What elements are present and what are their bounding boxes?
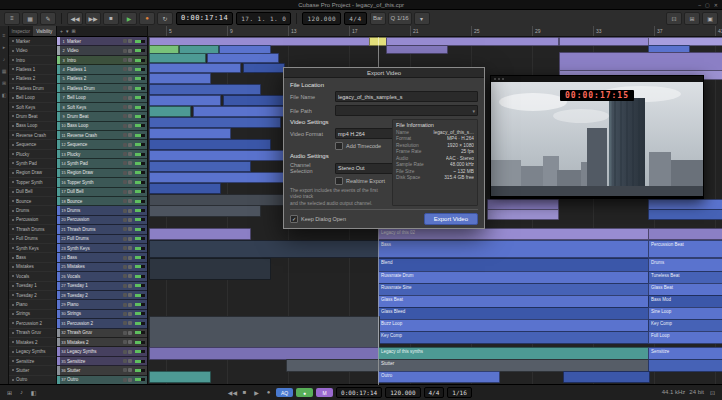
visibility-track-item[interactable]: Tuesday 1 <box>9 282 56 291</box>
audio-clip[interactable] <box>648 359 722 372</box>
solo-button[interactable] <box>128 143 132 147</box>
solo-button[interactable] <box>128 209 132 213</box>
visibility-track-item[interactable]: Reverse Crash <box>9 131 56 140</box>
mute-button[interactable] <box>123 152 127 156</box>
tool-strip-icon[interactable]: ♪ <box>3 56 6 62</box>
mute-button[interactable] <box>123 199 127 203</box>
tempo-display[interactable]: 120.000 <box>302 12 341 25</box>
mute-button[interactable] <box>123 105 127 109</box>
bars-display[interactable]: 17. 1. 1. 0 <box>236 12 291 25</box>
solo-button[interactable] <box>128 256 132 260</box>
audio-clip[interactable]: Bass <box>378 240 650 258</box>
tool-strip-icon[interactable]: ≡ <box>3 32 6 38</box>
audio-clip[interactable] <box>149 150 286 161</box>
visibility-track-item[interactable]: Bounce <box>9 197 56 206</box>
solo-button[interactable] <box>128 105 132 109</box>
audio-clip[interactable] <box>149 316 380 348</box>
audio-clip[interactable] <box>149 161 251 172</box>
audio-clip[interactable] <box>559 52 722 71</box>
visibility-track-item[interactable]: Bell Loop <box>9 93 56 102</box>
toolbar-icon[interactable]: ▦ <box>22 12 38 25</box>
status-chip[interactable]: ● <box>296 388 313 397</box>
audio-clip[interactable] <box>149 183 221 194</box>
visibility-track-item[interactable]: Synth Pad <box>9 159 56 168</box>
mute-button[interactable] <box>123 161 127 165</box>
audio-clip[interactable] <box>207 53 279 63</box>
visibility-track-item[interactable]: Strings <box>9 310 56 319</box>
audio-clip[interactable] <box>149 228 251 240</box>
mute-button[interactable] <box>123 96 127 100</box>
toolbar-icon[interactable]: ≡ <box>4 12 20 25</box>
tool-strip-icon[interactable]: ▦ <box>2 68 7 74</box>
statusbar-icon[interactable]: ⊞ <box>5 389 14 396</box>
track-row[interactable]: 33 Mistakes 2 <box>57 338 147 347</box>
solo-button[interactable] <box>128 133 132 137</box>
mute-button[interactable] <box>123 340 127 344</box>
audio-clip[interactable] <box>563 371 650 383</box>
audio-clip[interactable]: Percussion Beat <box>648 240 722 258</box>
solo-button[interactable] <box>128 49 132 53</box>
solo-button[interactable] <box>128 246 132 250</box>
track-row[interactable]: 10 Bass Loop <box>57 122 147 131</box>
visibility-track-item[interactable]: Sequence <box>9 140 56 149</box>
realtime-export-checkbox[interactable] <box>335 177 343 185</box>
statusbar-right-item[interactable]: 24 bit <box>689 389 704 396</box>
track-row[interactable]: 1 Marker <box>57 37 147 46</box>
visibility-track-item[interactable]: Plucky <box>9 150 56 159</box>
snap-mode-button[interactable]: ▾ <box>414 12 430 25</box>
mini-transport-button[interactable]: ■ <box>240 389 249 396</box>
visibility-track-item[interactable]: Thrash Drums <box>9 225 56 234</box>
solo-button[interactable] <box>128 124 132 128</box>
solo-button[interactable] <box>128 331 132 335</box>
mute-button[interactable] <box>123 312 127 316</box>
track-row[interactable]: 15 Region Draw <box>57 169 147 178</box>
track-row[interactable]: 21 Thrash Drums <box>57 225 147 234</box>
audio-clip[interactable] <box>286 359 380 372</box>
file-path-input[interactable]: ▾ <box>335 105 478 116</box>
track-row[interactable]: 19 Drums <box>57 206 147 215</box>
mute-button[interactable] <box>123 180 127 184</box>
status-chip[interactable]: AQ <box>276 388 293 397</box>
status-chip[interactable]: M <box>316 388 333 397</box>
audio-clip[interactable] <box>386 45 448 54</box>
solo-button[interactable] <box>128 274 132 278</box>
statusbar-icon[interactable]: ♪ <box>17 389 26 396</box>
visibility-track-item[interactable]: Percussion 2 <box>9 319 56 328</box>
tool-strip-icon[interactable]: ⊞ <box>2 80 6 86</box>
mute-button[interactable] <box>123 114 127 118</box>
track-row[interactable]: 35 Sensitize <box>57 357 147 366</box>
mute-button[interactable] <box>123 39 127 43</box>
audio-clip[interactable] <box>243 63 285 73</box>
track-row[interactable]: 23 Synth Keys <box>57 244 147 253</box>
solo-button[interactable] <box>128 227 132 231</box>
audio-clip[interactable] <box>149 106 191 117</box>
toolbar-icon[interactable]: ✎ <box>40 12 56 25</box>
visibility-track-item[interactable]: Vocals <box>9 272 56 281</box>
visibility-track-item[interactable]: Bass <box>9 253 56 262</box>
track-row[interactable]: 22 Full Drums <box>57 235 147 244</box>
mini-transport-button[interactable]: ▶ <box>252 389 261 396</box>
track-row[interactable]: 17 Dull Bell <box>57 188 147 197</box>
toolbar-right-icon[interactable]: ▣ <box>702 12 718 25</box>
track-row[interactable]: 6 Flatless Drum <box>57 84 147 93</box>
track-list-header-icon[interactable]: ⊞ <box>71 28 75 34</box>
solo-button[interactable] <box>128 199 132 203</box>
mute-button[interactable] <box>123 350 127 354</box>
solo-button[interactable] <box>128 312 132 316</box>
visibility-track-item[interactable]: Marker <box>9 37 56 46</box>
mute-button[interactable] <box>123 256 127 260</box>
audio-clip[interactable] <box>149 371 211 383</box>
snap-mode-button[interactable]: Bar <box>370 12 386 25</box>
visibility-track-item[interactable]: Percussion <box>9 216 56 225</box>
status-display[interactable]: 0:00:17:14 <box>336 387 382 398</box>
file-name-input[interactable]: legacy_of_this_samples_s <box>335 91 478 102</box>
track-row[interactable]: 14 Synth Pad <box>57 159 147 168</box>
transport-button[interactable]: ▶▶ <box>85 12 101 25</box>
mute-button[interactable] <box>123 227 127 231</box>
window-control-icon[interactable]: – <box>698 2 701 8</box>
mute-button[interactable] <box>123 359 127 363</box>
solo-button[interactable] <box>128 303 132 307</box>
visibility-track-item[interactable]: Legacy Synths <box>9 347 56 356</box>
mute-button[interactable] <box>123 246 127 250</box>
mini-transport-button[interactable]: ◀◀ <box>228 389 237 396</box>
